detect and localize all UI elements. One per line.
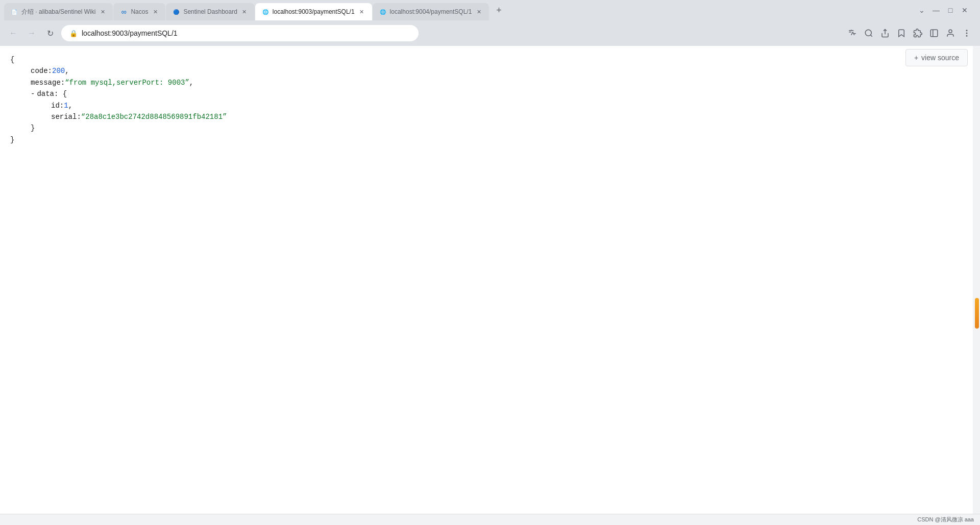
key-data: data [37,88,54,99]
svg-point-0 [865,30,871,36]
bookmark-icon[interactable] [894,26,909,40]
json-line-outer-close: } [10,134,970,145]
maximize-button[interactable]: □ [945,5,955,15]
json-line-inner-close: } [10,122,970,134]
tab-payment9003[interactable]: 🌐 localhost:9003/paymentSQL/1 ✕ [255,3,372,20]
scrollbar-thumb[interactable] [975,298,979,329]
tab-wiki-label: 介绍 · alibaba/Sentinel Wiki [21,8,95,16]
tab-payment9004-favicon: 🌐 [379,8,387,16]
tab-search-icon[interactable]: ⌄ [917,5,927,15]
view-source-label: view source [921,54,959,62]
tab-nacos-label: Nacos [131,8,148,15]
tab-wiki-close[interactable]: ✕ [99,8,107,16]
tab-payment9004-label: localhost:9004/paymentSQL/1 [390,8,472,15]
tab-wiki[interactable]: 📄 介绍 · alibaba/Sentinel Wiki ✕ [4,3,113,20]
tab-sentinel[interactable]: 🔵 Sentinel Dashboard ✕ [166,3,254,20]
lock-icon: 🔒 [69,30,78,37]
status-text: CSDN @清风微凉 aaa [917,516,974,523]
address-bar: ← → ↻ 🔒 localhost:9003/paymentSQL/1 [0,20,980,46]
svg-point-3 [966,33,967,34]
key-message: message [31,77,61,88]
tab-nacos-close[interactable]: ✕ [151,8,159,16]
minimize-button[interactable]: — [931,5,941,15]
svg-rect-1 [930,30,938,37]
json-line-serial: serial : “28a8c1e3bc2742d8848569891fb421… [10,111,970,122]
tab-nacos[interactable]: ∞ Nacos ✕ [113,3,165,20]
close-button[interactable]: ✕ [960,5,970,15]
reload-button[interactable]: ↻ [43,26,57,40]
svg-point-2 [966,30,967,31]
tab-payment9003-favicon: 🌐 [261,8,270,16]
tab-sentinel-label: Sentinel Dashboard [183,8,237,15]
tab-wiki-favicon: 📄 [10,8,18,16]
json-line-id: id : 1 , [10,100,970,111]
tab-payment9004[interactable]: 🌐 localhost:9004/paymentSQL/1 ✕ [373,3,489,20]
extensions-icon[interactable] [911,26,925,40]
address-input[interactable]: 🔒 localhost:9003/paymentSQL/1 [61,25,419,41]
tab-payment9003-close[interactable]: ✕ [358,8,366,16]
tab-sentinel-close[interactable]: ✕ [240,8,249,16]
collapse-icon[interactable]: - [31,88,35,99]
profile-icon[interactable] [943,26,958,40]
json-line-message: message : “from mysql,serverPort: 9003” … [10,77,970,88]
tab-sentinel-favicon: 🔵 [172,8,180,16]
view-source-icon: + [914,54,918,62]
value-id: 1 [64,100,68,111]
forward-button[interactable]: → [24,26,39,40]
tab-payment9003-label: localhost:9003/paymentSQL/1 [273,8,355,15]
zoom-icon[interactable] [862,26,876,40]
view-source-button[interactable]: + view source [905,49,968,66]
browser-chrome: 📄 介绍 · alibaba/Sentinel Wiki ✕ ∞ Nacos ✕… [0,0,980,46]
address-text: localhost:9003/paymentSQL/1 [82,29,410,37]
content-area: { code : 200 , message : “from mysql,ser… [0,46,980,525]
back-button[interactable]: ← [6,26,20,40]
menu-icon[interactable] [960,26,974,40]
inner-close-brace: } [31,122,35,134]
value-serial: “28a8c1e3bc2742d8848569891fb42181” [81,111,227,122]
value-code: 200 [52,65,65,77]
json-line-open-brace: { [10,54,970,65]
tab-payment9004-close[interactable]: ✕ [475,8,483,16]
json-line-data: - data : { [10,88,970,99]
translate-icon[interactable] [845,26,860,40]
key-serial: serial [51,111,77,122]
json-line-code: code : 200 , [10,65,970,77]
status-bar: CSDN @清风微凉 aaa [0,514,980,525]
new-tab-button[interactable]: + [492,3,506,17]
window-controls: ⌄ — □ ✕ [917,5,976,15]
tab-bar: 📄 介绍 · alibaba/Sentinel Wiki ✕ ∞ Nacos ✕… [0,0,980,20]
key-code: code [31,65,48,77]
share-icon[interactable] [878,26,892,40]
scrollbar[interactable] [973,46,980,525]
outer-close-brace: } [10,134,14,145]
sidebar-icon[interactable] [927,26,941,40]
tab-nacos-favicon: ∞ [119,8,128,16]
open-brace: { [10,54,14,65]
value-message: “from mysql,serverPort: 9003” [65,77,189,88]
svg-point-4 [966,36,967,37]
json-content: { code : 200 , message : “from mysql,ser… [0,46,980,154]
toolbar-right [845,26,974,40]
key-id: id [51,100,60,111]
